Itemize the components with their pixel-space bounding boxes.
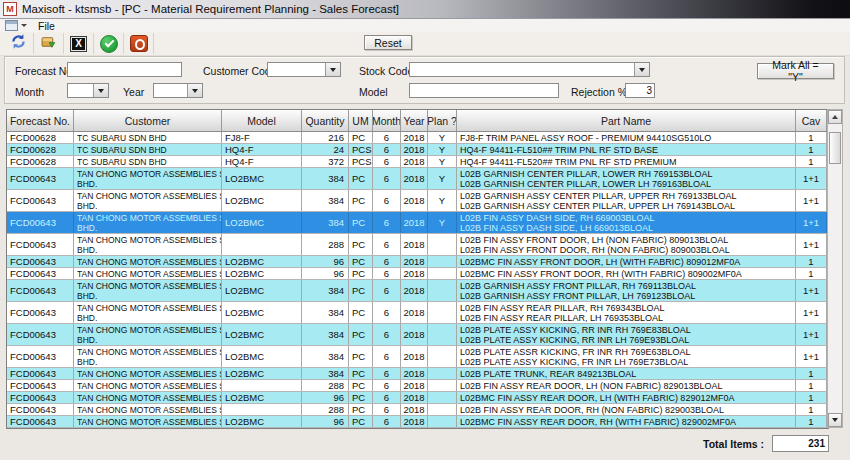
cell-um: PC xyxy=(349,280,373,301)
cell-plan xyxy=(428,346,457,367)
grid-row[interactable]: FCD00643TAN CHONG MOTOR ASSEMBLIES SDN.L… xyxy=(7,416,828,428)
year-select[interactable] xyxy=(153,83,203,98)
col-header-part_name[interactable]: Part Name xyxy=(457,110,796,131)
sync-button[interactable] xyxy=(4,33,34,54)
cell-cav: 1+1 xyxy=(796,234,827,255)
cell-year: 2018 xyxy=(401,190,428,211)
cell-plan xyxy=(428,380,457,391)
rejection-input[interactable] xyxy=(625,83,655,98)
grid-row[interactable]: FCD00628TC SUBARU SDN BHDFJ8-F216PC62018… xyxy=(7,132,828,144)
cell-um: PCS xyxy=(349,144,373,155)
grid-row[interactable]: FCD00643TAN CHONG MOTOR ASSEMBLIES SDN.B… xyxy=(7,324,828,346)
cell-um: PC xyxy=(349,190,373,211)
grid-row[interactable]: FCD00643TAN CHONG MOTOR ASSEMBLIES SDN.L… xyxy=(7,268,828,280)
app-logo-icon: M xyxy=(3,2,17,16)
grid-row[interactable]: FCD00643TAN CHONG MOTOR ASSEMBLIES SDN.2… xyxy=(7,404,828,416)
mdi-child-icon[interactable] xyxy=(5,20,18,31)
cell-year: 2018 xyxy=(401,256,428,267)
cell-cav: 1 xyxy=(796,256,827,267)
grid-row[interactable]: FCD00643TAN CHONG MOTOR ASSEMBLIES SDN.L… xyxy=(7,392,828,404)
col-header-year[interactable]: Year xyxy=(401,110,428,131)
chevron-down-icon[interactable] xyxy=(93,84,108,97)
cell-year: 2018 xyxy=(401,144,428,155)
excel-export-button[interactable]: X xyxy=(64,33,94,54)
cell-model: LO2BMC xyxy=(222,324,302,345)
grid-row[interactable]: FCD00643TAN CHONG MOTOR ASSEMBLIES SDN.B… xyxy=(7,280,828,302)
cell-um: PC xyxy=(349,302,373,323)
cell-month: 6 xyxy=(373,380,401,391)
grid-row[interactable]: FCD00643TAN CHONG MOTOR ASSEMBLIES SDN.B… xyxy=(7,346,828,368)
scrollbar-thumb[interactable] xyxy=(829,132,841,164)
sync-icon xyxy=(10,33,27,54)
cell-plan xyxy=(428,404,457,415)
grid-row[interactable]: FCD00628TC SUBARU SDN BHDHQ4-F372PCS6201… xyxy=(7,156,828,168)
exit-power-icon xyxy=(130,35,148,52)
cell-um: PC xyxy=(349,132,373,143)
chevron-down-icon[interactable] xyxy=(634,63,649,76)
cell-model: FJ8-F xyxy=(222,132,302,143)
stock-code-select[interactable] xyxy=(409,62,650,77)
chevron-down-icon[interactable] xyxy=(325,63,340,76)
cell-part_name: HQ4-F 94411-FL510## TRIM PNL RF STD BASE xyxy=(457,144,796,155)
exit-button[interactable] xyxy=(124,33,154,54)
cell-cav: 1 xyxy=(796,368,827,379)
grid-row[interactable]: FCD00643TAN CHONG MOTOR ASSEMBLIES SDN.B… xyxy=(7,190,828,212)
scroll-up-button[interactable] xyxy=(828,110,842,124)
mdi-menu-caret-icon xyxy=(21,24,27,27)
cell-cav: 1 xyxy=(796,380,827,391)
grid-row[interactable]: FCD00643TAN CHONG MOTOR ASSEMBLIES SDN.L… xyxy=(7,368,828,380)
chevron-down-icon[interactable] xyxy=(187,84,202,97)
mark-all-button[interactable]: Mark All = "Y" xyxy=(757,63,834,79)
cell-customer: TC SUBARU SDN BHD xyxy=(74,144,222,155)
confirm-button[interactable] xyxy=(94,33,124,54)
export-package-icon xyxy=(40,33,57,54)
cell-quantity: 24 xyxy=(302,144,349,155)
cell-customer: TAN CHONG MOTOR ASSEMBLIES SDN. xyxy=(74,404,222,415)
cell-month: 6 xyxy=(373,212,401,233)
col-header-customer[interactable]: Customer xyxy=(74,110,222,131)
cell-quantity: 384 xyxy=(302,190,349,211)
grid-row[interactable]: FCD00643TAN CHONG MOTOR ASSEMBLIES SDN.B… xyxy=(7,234,828,256)
cell-part_name: L02B FIN ASSY REAR PILLAR, RH 769343BLOA… xyxy=(457,302,796,323)
cell-year: 2018 xyxy=(401,392,428,403)
col-header-month[interactable]: Month xyxy=(373,110,401,131)
grid-row[interactable]: FCD00628TC SUBARU SDN BHDHQ4-F24PCS62018… xyxy=(7,144,828,156)
col-header-forecast_no[interactable]: Forecast No. xyxy=(7,110,74,131)
reset-button[interactable]: Reset xyxy=(364,35,412,50)
menu-file[interactable]: File xyxy=(35,20,58,32)
customer-code-label: Customer Code xyxy=(203,65,277,77)
forecast-no-input[interactable] xyxy=(67,62,182,77)
scroll-down-button[interactable] xyxy=(828,413,842,427)
cell-year: 2018 xyxy=(401,346,428,367)
grid-row[interactable]: FCD00643TAN CHONG MOTOR ASSEMBLIES SDN.L… xyxy=(7,256,828,268)
cell-year: 2018 xyxy=(401,132,428,143)
cell-um: PC xyxy=(349,416,373,427)
col-header-um[interactable]: UM xyxy=(349,110,373,131)
cell-quantity: 384 xyxy=(302,280,349,301)
col-header-quantity[interactable]: Quantity xyxy=(302,110,349,131)
customer-code-select[interactable] xyxy=(267,62,341,77)
cell-cav: 1+1 xyxy=(796,280,827,301)
cell-customer: TAN CHONG MOTOR ASSEMBLIES SDN. xyxy=(74,380,222,391)
grid-row[interactable]: FCD00643TAN CHONG MOTOR ASSEMBLIES SDN.B… xyxy=(7,168,828,190)
title-bar: M Maxisoft - ktsmsb - [PC - Material Req… xyxy=(0,0,850,19)
cell-model: LO2BMC xyxy=(222,368,302,379)
cell-part_name: L02B GARNISH ASSY FRONT PILLAR, RH 76911… xyxy=(457,280,796,301)
col-header-plan[interactable]: Plan ? xyxy=(428,110,457,131)
cell-quantity: 96 xyxy=(302,416,349,427)
cell-part_name: L02B PLATE TRUNK, REAR 849213BLOAL xyxy=(457,368,796,379)
cell-part_name: L02B PLATE ASSY KICKING, RR INR RH 769E8… xyxy=(457,324,796,345)
excel-icon: X xyxy=(70,36,87,52)
grid-row[interactable]: FCD00643TAN CHONG MOTOR ASSEMBLIES SDN.B… xyxy=(7,212,828,234)
col-header-model[interactable]: Model xyxy=(222,110,302,131)
grid-row[interactable]: FCD00643TAN CHONG MOTOR ASSEMBLIES SDN.B… xyxy=(7,302,828,324)
total-items-value: 231 xyxy=(772,435,829,452)
grid-vertical-scrollbar[interactable] xyxy=(827,109,843,428)
model-input[interactable] xyxy=(409,83,559,98)
col-header-cav[interactable]: Cav xyxy=(796,110,827,131)
grid-row[interactable]: FCD00643TAN CHONG MOTOR ASSEMBLIES SDN.2… xyxy=(7,380,828,392)
export-button[interactable] xyxy=(34,33,64,54)
cell-month: 6 xyxy=(373,132,401,143)
cell-plan xyxy=(428,234,457,255)
month-select[interactable] xyxy=(67,83,109,98)
